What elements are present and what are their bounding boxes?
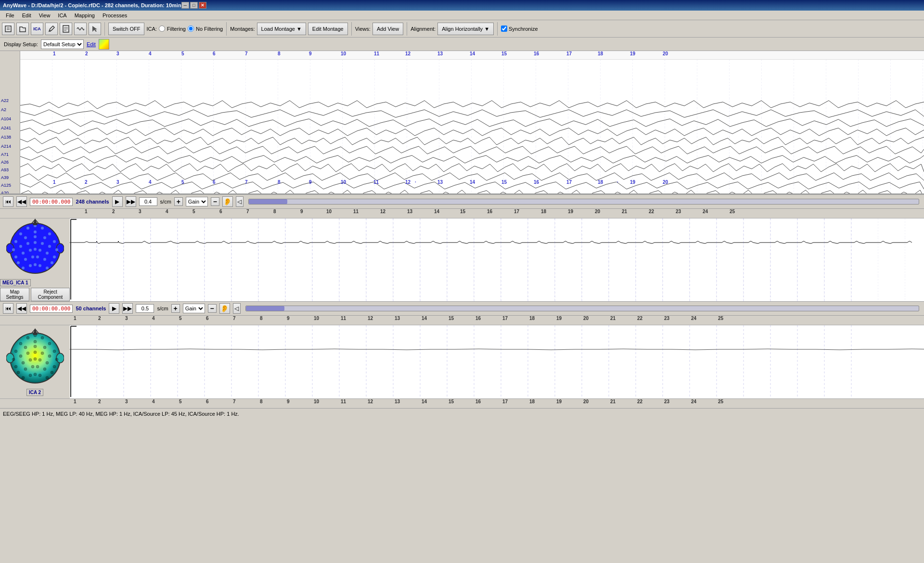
ica-pb-speed-plus[interactable]: + xyxy=(171,304,180,313)
switch-off-button[interactable]: Switch OFF xyxy=(108,23,144,35)
pb-play-button[interactable]: ▶ xyxy=(112,196,123,207)
scroll-arrow[interactable]: ◁ xyxy=(236,196,244,207)
eeg-waveform-svg: 1 2 3 4 5 6 7 8 9 10 11 12 · 13 14 15 16… xyxy=(20,60,924,193)
pb-gain-minus[interactable]: − xyxy=(211,197,219,206)
bottom-tick-25: 25 xyxy=(718,399,723,404)
channel-a104[interactable]: A104 xyxy=(0,116,12,121)
svg-point-138 xyxy=(51,371,53,374)
toolbar-icon-wave[interactable] xyxy=(74,23,87,35)
svg-text:4: 4 xyxy=(149,179,152,185)
channel-a125[interactable]: A125 xyxy=(0,183,12,188)
pb-speed-plus[interactable]: + xyxy=(174,197,183,206)
default-setup-select[interactable]: Default Setup xyxy=(41,39,84,49)
ica-map-area-1: MEG_ICA 1 Map Settings Reject Component xyxy=(0,218,70,301)
pb-gain-select[interactable]: Gain xyxy=(186,197,208,206)
channel-a20[interactable]: A20 xyxy=(0,191,9,194)
maximize-button[interactable]: □ xyxy=(190,2,198,9)
tm-13: 13 xyxy=(437,51,443,56)
ica-pb-back-button[interactable]: ◀◀ xyxy=(16,303,27,314)
channel-a93[interactable]: A93 xyxy=(0,167,9,172)
ica-scrollbar-thumb[interactable] xyxy=(246,306,284,311)
eeg-scrollbar[interactable] xyxy=(248,199,919,205)
channel-a71[interactable]: A71 xyxy=(0,152,9,157)
menu-edit[interactable]: Edit xyxy=(18,12,35,19)
color-indicator[interactable] xyxy=(99,39,109,50)
ica2-tick-16: 16 xyxy=(475,316,481,321)
toolbar-icon-2[interactable] xyxy=(16,23,29,35)
ica-component-label-2[interactable]: ICA 2 xyxy=(26,389,43,396)
ica2-tick-5: 5 xyxy=(179,316,182,321)
edit-montage-button[interactable]: Edit Montage xyxy=(308,23,348,35)
no-filtering-radio[interactable] xyxy=(188,26,194,32)
ica-pb-speed-input[interactable] xyxy=(136,304,154,313)
ear-icon[interactable]: 👂 xyxy=(222,196,233,207)
ica-panel-2: 1 2 3 4 5 6 7 8 9 10 11 12 13 14 15 16 1… xyxy=(0,316,924,398)
svg-point-111 xyxy=(19,342,22,345)
minimize-button[interactable]: ─ xyxy=(181,2,189,9)
map-settings-button[interactable]: Map Settings xyxy=(0,288,29,301)
channel-a241[interactable]: A241 xyxy=(0,126,12,130)
pb-forward-button[interactable]: ▶▶ xyxy=(126,196,136,207)
svg-text:5: 5 xyxy=(181,179,184,185)
menu-ica[interactable]: ICA xyxy=(54,12,70,19)
tm-15: 15 xyxy=(501,51,507,56)
reject-component-button[interactable]: Reject Component xyxy=(31,288,70,301)
svg-point-118 xyxy=(53,350,56,353)
eeg-scrollbar-thumb[interactable] xyxy=(249,199,287,204)
svg-point-49 xyxy=(34,241,37,244)
pb-speed-input[interactable] xyxy=(139,197,157,206)
ica-tick-17: 17 xyxy=(514,209,519,214)
toolbar-icon-cursor[interactable] xyxy=(89,23,101,35)
svg-point-65 xyxy=(51,261,53,264)
svg-rect-0 xyxy=(5,26,11,32)
tm-11: 11 xyxy=(374,51,379,56)
load-montage-button[interactable]: Load Montage ▼ xyxy=(257,23,306,35)
toolbar-icon-pencil[interactable] xyxy=(45,23,58,35)
ica-component-label-1[interactable]: MEG_ICA 1 xyxy=(0,279,31,286)
ica-pb-gain-minus[interactable]: − xyxy=(208,304,217,313)
filtering-radio[interactable] xyxy=(159,26,165,32)
channel-a2[interactable]: A2 xyxy=(0,107,7,112)
pb-back-button[interactable]: ◀◀ xyxy=(16,196,27,207)
align-horizontally-button[interactable]: Align Horizontally ▼ xyxy=(437,23,494,35)
pb-start-button[interactable]: ⏮ xyxy=(3,196,13,207)
filtering-label[interactable]: Filtering xyxy=(167,26,186,32)
svg-text:16: 16 xyxy=(534,179,539,185)
ica-icon[interactable]: ICA xyxy=(31,23,43,35)
menu-view[interactable]: View xyxy=(35,12,54,19)
bottom-tick-3: 3 xyxy=(125,399,128,404)
ica2-tick-12: 12 xyxy=(368,316,373,321)
ica2-tick-17: 17 xyxy=(502,316,508,321)
channel-a138[interactable]: A138 xyxy=(0,135,12,140)
sync-checkbox[interactable] xyxy=(501,26,507,32)
ica-tick-7: 7 xyxy=(246,209,249,214)
channel-a26[interactable]: A26 xyxy=(0,160,9,165)
channel-a22[interactable]: A22 xyxy=(0,98,9,103)
menu-processes[interactable]: Processes xyxy=(99,12,131,19)
ica-pb-forward-button[interactable]: ▶▶ xyxy=(122,303,133,314)
ica-pb-gain-select[interactable]: Gain xyxy=(183,304,205,313)
svg-point-125 xyxy=(55,358,58,361)
menu-file[interactable]: File xyxy=(2,12,18,19)
ica-waveform-svg-1 xyxy=(70,218,924,301)
ica-pb-play-button[interactable]: ▶ xyxy=(109,303,119,314)
ica-ear-icon[interactable]: 👂 xyxy=(219,303,230,314)
no-filtering-label[interactable]: No Filtering xyxy=(196,26,223,32)
bottom-tick-13: 13 xyxy=(395,399,400,404)
channel-a214[interactable]: A214 xyxy=(0,144,12,149)
ica-pb-start-button[interactable]: ⏮ xyxy=(3,303,13,314)
ica-scrollbar[interactable] xyxy=(245,306,919,311)
ica-scroll-arrow[interactable]: ◁ xyxy=(233,303,241,314)
ica-time-axis-2: 1 2 3 4 5 6 7 8 9 10 11 12 13 14 15 16 1… xyxy=(0,316,924,325)
edit-label[interactable]: Edit xyxy=(87,41,96,47)
toolbar-icon-1[interactable] xyxy=(2,23,14,35)
add-view-button[interactable]: Add View xyxy=(372,23,403,35)
svg-point-44 xyxy=(43,236,46,239)
bottom-tick-5: 5 xyxy=(179,399,182,404)
ica2-tick-15: 15 xyxy=(449,316,454,321)
menu-mapping[interactable]: Mapping xyxy=(71,12,99,19)
ica-head-map-2 xyxy=(6,328,64,386)
channel-a39[interactable]: A39 xyxy=(0,175,9,180)
toolbar-icon-note[interactable] xyxy=(60,23,72,35)
close-button[interactable]: ✕ xyxy=(199,2,206,9)
